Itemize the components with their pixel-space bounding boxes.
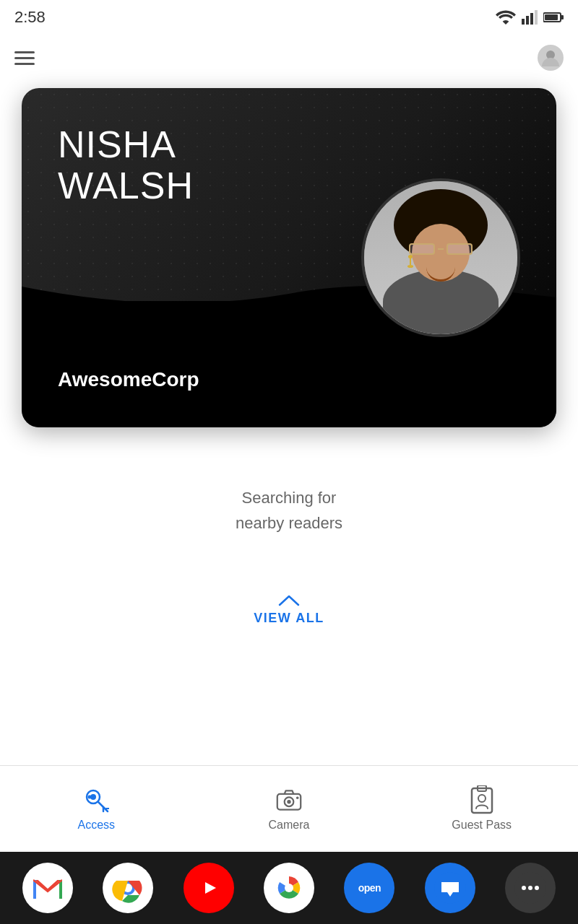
dock-app-photos[interactable] [264, 863, 314, 913]
dock-app-more[interactable] [505, 863, 556, 913]
guest-pass-label: Guest Pass [452, 819, 512, 832]
svg-point-21 [478, 795, 486, 802]
view-all-container[interactable]: VIEW ALL [0, 579, 578, 648]
searching-text: Searching for nearby readers [236, 485, 342, 536]
battery-icon [543, 12, 564, 23]
wifi-icon [496, 10, 516, 25]
profile-icon[interactable] [538, 45, 564, 71]
status-bar: 2:58 [0, 0, 578, 35]
hamburger-menu-button[interactable] [14, 51, 35, 65]
user-icon [540, 48, 561, 68]
svg-rect-6 [545, 14, 558, 20]
app-dock: open [0, 852, 578, 924]
hamburger-line-1 [14, 51, 35, 53]
svg-point-14 [88, 795, 92, 798]
person-photo-bg [364, 181, 517, 334]
earring-left [407, 255, 414, 268]
hamburger-line-2 [14, 57, 35, 59]
youtube-icon [193, 872, 225, 904]
svg-point-37 [535, 886, 539, 890]
svg-rect-19 [472, 788, 492, 813]
svg-point-35 [522, 886, 526, 890]
camera-svg [276, 788, 302, 812]
nav-item-camera[interactable]: Camera [193, 787, 386, 832]
bottom-nav: Access Camera Guest Pass [0, 765, 578, 852]
photos-icon [273, 872, 305, 904]
dock-app-youtube[interactable] [184, 863, 234, 913]
svg-point-32 [285, 884, 293, 892]
status-icons [496, 10, 564, 25]
nav-item-access[interactable]: Access [0, 787, 193, 832]
key-icon [83, 787, 109, 813]
access-label: Access [78, 819, 116, 832]
key-svg [83, 787, 109, 813]
chevron-svg [278, 593, 300, 608]
person-glasses [408, 243, 473, 256]
hamburger-line-3 [14, 63, 35, 65]
header [0, 35, 578, 81]
id-card-company: AwesomeCorp [58, 368, 199, 391]
id-card-photo [361, 178, 520, 337]
dock-app-messages[interactable] [425, 863, 475, 913]
svg-rect-3 [535, 10, 538, 25]
open-app-label: open [358, 882, 381, 894]
svg-point-18 [296, 796, 299, 799]
gmail-icon [33, 877, 62, 899]
dock-app-chrome[interactable] [103, 863, 153, 913]
nav-item-guest-pass[interactable]: Guest Pass [385, 787, 578, 832]
svg-point-36 [528, 886, 532, 890]
svg-rect-2 [530, 13, 533, 25]
dock-app-open[interactable]: open [344, 863, 394, 913]
id-card-name: NISHA WALSH [58, 124, 194, 206]
view-all-label[interactable]: VIEW ALL [254, 611, 324, 626]
dock-app-gmail[interactable] [22, 863, 73, 913]
svg-point-17 [287, 800, 290, 803]
more-icon [514, 872, 546, 904]
chevron-up-icon [278, 593, 300, 608]
svg-rect-1 [526, 16, 529, 25]
id-card[interactable]: NISHA WALSH AwesomeCorp [22, 88, 556, 427]
camera-icon [276, 787, 302, 813]
camera-label: Camera [269, 819, 310, 832]
chrome-icon [112, 872, 144, 904]
search-area: Searching for nearby readers [0, 427, 578, 579]
id-badge-icon [469, 787, 495, 813]
svg-rect-0 [522, 19, 525, 25]
status-time: 2:58 [14, 8, 46, 27]
svg-rect-5 [561, 15, 564, 19]
svg-point-13 [92, 796, 95, 798]
messages-icon [434, 872, 466, 904]
id-badge-svg [470, 785, 493, 814]
signal-icon [522, 10, 538, 25]
svg-rect-25 [33, 877, 62, 880]
